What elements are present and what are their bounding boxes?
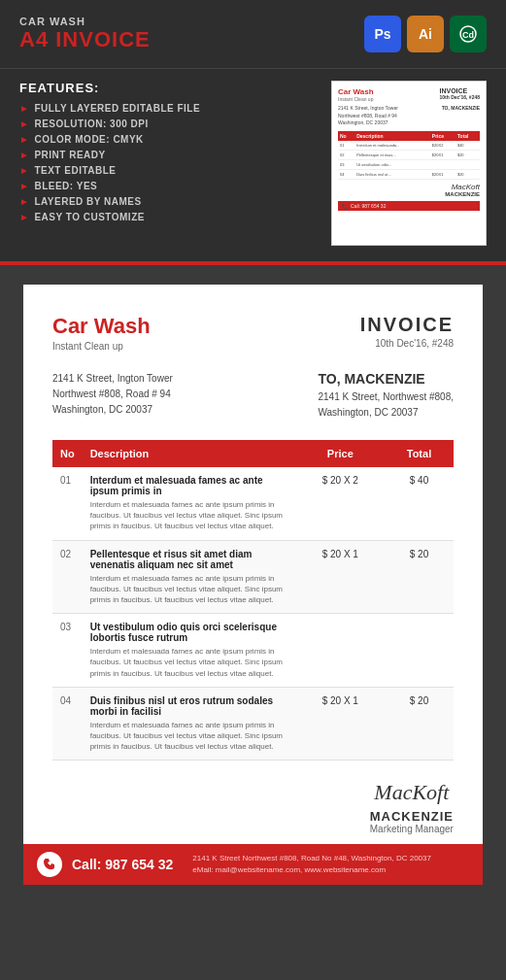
col-price: Price <box>296 440 385 467</box>
top-section: CAR WASH A4 INVOICE Ps Ai Cd <box>0 0 506 68</box>
row-desc: Ut vestibulum odio quis orci scelerisque… <box>83 614 296 688</box>
table-row: 01 Interdum et malesuada fames ac ante i… <box>52 467 454 540</box>
invoice-header: Car Wash Instant Clean up INVOICE 10th D… <box>52 314 454 352</box>
phone-icon <box>37 852 62 877</box>
signature-name: MACKENZIE <box>370 809 454 824</box>
arrow-icon: ► <box>19 165 29 176</box>
feature-6: ► BLEED: YES <box>19 181 200 191</box>
row-total: $ 20 <box>385 687 454 760</box>
row-no: 04 <box>52 687 83 760</box>
arrow-icon: ► <box>19 134 29 145</box>
row-total: $ 20 <box>385 540 454 614</box>
invoice-date: 10th Dec'16, #248 <box>360 338 454 349</box>
row-desc: Pellentesque et risus sit amet diam vene… <box>83 540 296 614</box>
ps-badge: Ps <box>364 16 401 52</box>
svg-text:Cd: Cd <box>462 30 474 40</box>
from-address: 2141 K Street, Ington Tower Northwest #8… <box>52 371 173 421</box>
to-label: TO, MACKENZIE <box>318 371 454 387</box>
table-row: 04 Duis finibus nisl ut eros rutrum soda… <box>52 687 454 760</box>
product-title: A4 INVOICE <box>19 27 151 52</box>
feature-7: ► LAYERED BY NAMES <box>19 196 200 207</box>
prev-to: 10th Dec'16, #248 <box>440 94 481 100</box>
table-row: 02 Pellentesque et risus sit amet diam v… <box>52 540 454 614</box>
table-row: 03 Ut vestibulum odio quis orci sceleris… <box>52 614 454 688</box>
invoice-title-block: INVOICE 10th Dec'16, #248 <box>360 314 454 349</box>
feature-8: ► EASY TO CUSTOMIZE <box>19 212 200 222</box>
signature-area: MacKoft MACKENZIE Marketing Manager <box>52 760 454 844</box>
arrow-icon: ► <box>19 150 29 160</box>
arrow-icon: ► <box>19 181 29 191</box>
row-total: $ 40 <box>385 467 454 540</box>
row-price: $ 20 X 2 <box>296 467 385 540</box>
signature-block: MacKoft MACKENZIE Marketing Manager <box>370 780 454 834</box>
row-price: $ 20 X 1 <box>296 687 385 760</box>
signature-title: Marketing Manager <box>370 824 454 834</box>
feature-5: ► TEXT EDITABLE <box>19 165 200 176</box>
invoice-title: INVOICE <box>360 314 454 336</box>
to-address: 2141 K Street, Northwest #808, Washingto… <box>318 389 454 421</box>
prev-invoice-label: INVOICE <box>440 87 481 94</box>
row-total <box>385 614 454 688</box>
features-list: FEATURES: ► FULLY LAYERED EDITABLE FILE … <box>19 81 200 227</box>
feature-3: ► COLOR MODE: CMYK <box>19 134 200 145</box>
arrow-icon: ► <box>19 103 29 114</box>
company-name: Car Wash <box>52 314 151 339</box>
row-desc: Interdum et malesuada fames ac ante ipsu… <box>83 467 296 540</box>
footer-contact: 2141 K Street Northwest #808, Road No #4… <box>192 853 431 876</box>
prev-to-name: TO, MACKENZIE <box>442 105 480 127</box>
row-price <box>296 614 385 688</box>
row-price: $ 20 X 1 <box>296 540 385 614</box>
feature-2: ► RESOLUTION: 300 DPI <box>19 118 200 129</box>
invoice-wrapper: Car Wash Instant Clean up INVOICE 10th D… <box>0 265 506 904</box>
row-no: 02 <box>52 540 83 614</box>
ai-badge: Ai <box>407 16 444 52</box>
features-title: FEATURES: <box>19 81 200 95</box>
prev-company: Car Wash <box>338 87 374 96</box>
feature-1: ► FULLY LAYERED EDITABLE FILE <box>19 103 200 114</box>
arrow-icon: ► <box>19 118 29 129</box>
col-total: Total <box>385 440 454 467</box>
invoice-table: No Description Price Total 01 Interdum e… <box>52 440 454 760</box>
row-no: 03 <box>52 614 83 688</box>
invoice-footer-bar: Call: 987 654 32 2141 K Street Northwest… <box>23 844 483 885</box>
arrow-icon: ► <box>19 196 29 207</box>
invoice-addresses: 2141 K Street, Ington Tower Northwest #8… <box>52 371 454 421</box>
badge-group: Ps Ai Cd <box>364 16 487 52</box>
row-no: 01 <box>52 467 83 540</box>
preview-thumbnail: Car Wash Instant Clean up INVOICE 10th D… <box>331 81 487 246</box>
signature-script: MacKoft <box>370 780 454 805</box>
to-block: TO, MACKENZIE 2141 K Street, Northwest #… <box>318 371 454 421</box>
company-block: Car Wash Instant Clean up <box>52 314 151 352</box>
cd-badge: Cd <box>450 16 487 52</box>
footer-call: Call: 987 654 32 <box>72 857 173 872</box>
arrow-icon: ► <box>19 212 29 222</box>
company-sub: Instant Clean up <box>52 341 151 352</box>
col-no: No <box>52 440 83 467</box>
row-desc: Duis finibus nisl ut eros rutrum sodales… <box>83 687 296 760</box>
product-type: CAR WASH <box>19 16 151 27</box>
features-section: FEATURES: ► FULLY LAYERED EDITABLE FILE … <box>0 68 506 261</box>
product-info: CAR WASH A4 INVOICE <box>19 16 151 52</box>
invoice-document: Car Wash Instant Clean up INVOICE 10th D… <box>23 285 483 885</box>
prev-footer-bar: 📞 Call: 987 654 32 <box>338 201 480 211</box>
col-desc: Description <box>83 440 296 467</box>
feature-4: ► PRINT READY <box>19 150 200 160</box>
